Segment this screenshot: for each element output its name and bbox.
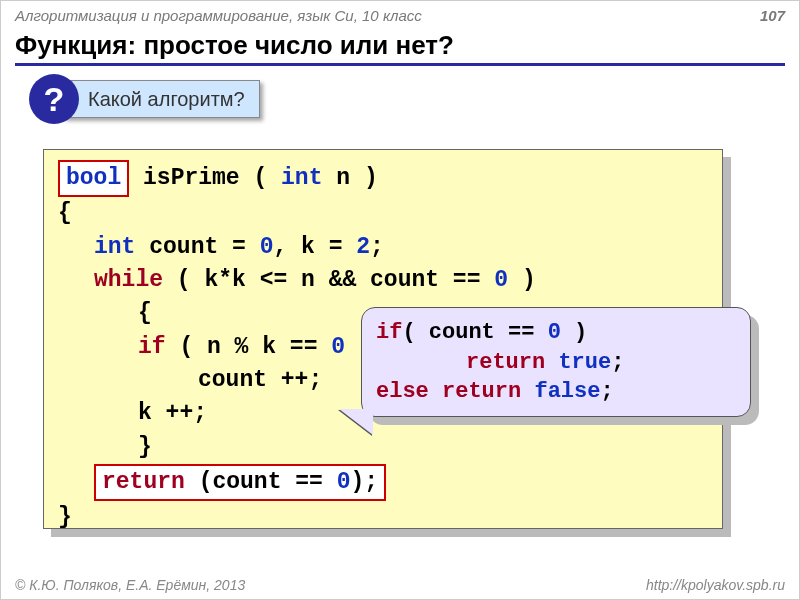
- slide-footer: © К.Ю. Поляков, Е.А. Ерёмин, 2013 http:/…: [15, 577, 785, 593]
- callout-line-2: return true;: [376, 348, 736, 378]
- callout-tail-icon: [339, 409, 373, 435]
- question-text-box: Какой алгоритм?: [63, 80, 260, 118]
- question-mark-icon: ?: [29, 74, 79, 124]
- slide-header: Алгоритмизация и программирование, язык …: [1, 1, 799, 26]
- code-line-11: }: [58, 501, 708, 534]
- callout-line-1: if( count == 0 ): [376, 318, 736, 348]
- code-line-2: {: [58, 197, 708, 230]
- course-label: Алгоритмизация и программирование, язык …: [15, 7, 422, 24]
- code-line-1: bool isPrime ( int n ): [58, 160, 708, 197]
- code-line-10: return (count == 0);: [58, 464, 708, 501]
- footer-url: http://kpolyakov.spb.ru: [646, 577, 785, 593]
- code-line-4: while ( k*k <= n && count == 0 ): [58, 264, 708, 297]
- page-number: 107: [760, 7, 785, 24]
- callout-box: if( count == 0 ) return true; else retur…: [361, 307, 751, 417]
- boxed-bool: bool: [58, 160, 129, 197]
- callout-line-3: else return false;: [376, 377, 736, 407]
- footer-authors: © К.Ю. Поляков, Е.А. Ерёмин, 2013: [15, 577, 245, 593]
- question-row: ? Какой алгоритм?: [29, 74, 799, 124]
- code-line-3: int count = 0, k = 2;: [58, 231, 708, 264]
- boxed-return: return (count == 0);: [94, 464, 386, 501]
- slide-title: Функция: простое число или нет?: [15, 30, 785, 66]
- code-line-9: }: [58, 431, 708, 464]
